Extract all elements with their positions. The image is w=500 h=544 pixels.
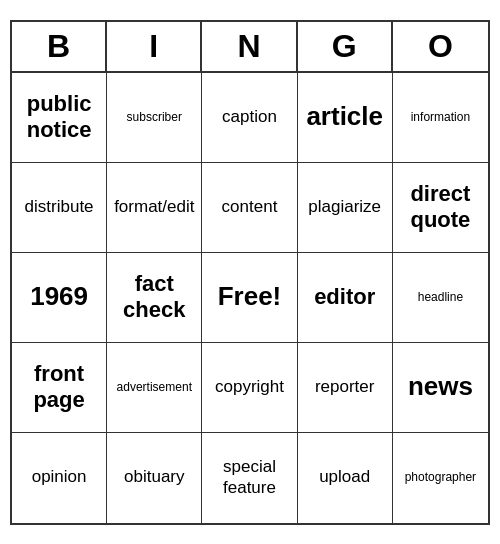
cell-text-4: information: [411, 110, 470, 124]
bingo-cell-24: photographer: [393, 433, 488, 523]
cell-text-6: format/edit: [114, 197, 194, 217]
bingo-cell-20: opinion: [12, 433, 107, 523]
bingo-cell-11: fact check: [107, 253, 202, 343]
bingo-cell-7: content: [202, 163, 297, 253]
cell-text-23: upload: [319, 467, 370, 487]
bingo-cell-21: obituary: [107, 433, 202, 523]
cell-text-16: advertisement: [117, 380, 192, 394]
bingo-cell-12: Free!: [202, 253, 297, 343]
bingo-card: BINGO public noticesubscribercaptionarti…: [10, 20, 490, 525]
cell-text-5: distribute: [25, 197, 94, 217]
cell-text-13: editor: [314, 284, 375, 310]
cell-text-10: 1969: [30, 281, 88, 312]
cell-text-9: direct quote: [397, 181, 484, 234]
bingo-cell-1: subscriber: [107, 73, 202, 163]
cell-text-12: Free!: [218, 281, 282, 312]
bingo-cell-17: copyright: [202, 343, 297, 433]
bingo-cell-9: direct quote: [393, 163, 488, 253]
bingo-cell-18: reporter: [298, 343, 393, 433]
cell-text-18: reporter: [315, 377, 375, 397]
cell-text-19: news: [408, 371, 473, 402]
cell-text-3: article: [306, 101, 383, 132]
header-letter-g: G: [298, 22, 393, 71]
cell-text-0: public notice: [16, 91, 102, 144]
cell-text-21: obituary: [124, 467, 184, 487]
bingo-cell-14: headline: [393, 253, 488, 343]
header-letter-b: B: [12, 22, 107, 71]
bingo-cell-13: editor: [298, 253, 393, 343]
cell-text-2: caption: [222, 107, 277, 127]
cell-text-22: special feature: [206, 457, 292, 498]
bingo-cell-2: caption: [202, 73, 297, 163]
bingo-cell-3: article: [298, 73, 393, 163]
bingo-cell-22: special feature: [202, 433, 297, 523]
bingo-cell-16: advertisement: [107, 343, 202, 433]
header-letter-o: O: [393, 22, 488, 71]
bingo-cell-5: distribute: [12, 163, 107, 253]
bingo-cell-10: 1969: [12, 253, 107, 343]
header-letter-n: N: [202, 22, 297, 71]
header-letter-i: I: [107, 22, 202, 71]
cell-text-7: content: [222, 197, 278, 217]
cell-text-14: headline: [418, 290, 463, 304]
cell-text-1: subscriber: [127, 110, 182, 124]
bingo-cell-8: plagiarize: [298, 163, 393, 253]
cell-text-11: fact check: [111, 271, 197, 324]
cell-text-24: photographer: [405, 470, 476, 484]
bingo-cell-0: public notice: [12, 73, 107, 163]
bingo-cell-6: format/edit: [107, 163, 202, 253]
bingo-cell-19: news: [393, 343, 488, 433]
cell-text-8: plagiarize: [308, 197, 381, 217]
bingo-cell-15: front page: [12, 343, 107, 433]
bingo-cell-4: information: [393, 73, 488, 163]
cell-text-20: opinion: [32, 467, 87, 487]
cell-text-17: copyright: [215, 377, 284, 397]
bingo-grid: public noticesubscribercaptionarticleinf…: [12, 73, 488, 523]
bingo-cell-23: upload: [298, 433, 393, 523]
cell-text-15: front page: [16, 361, 102, 414]
bingo-header: BINGO: [12, 22, 488, 73]
